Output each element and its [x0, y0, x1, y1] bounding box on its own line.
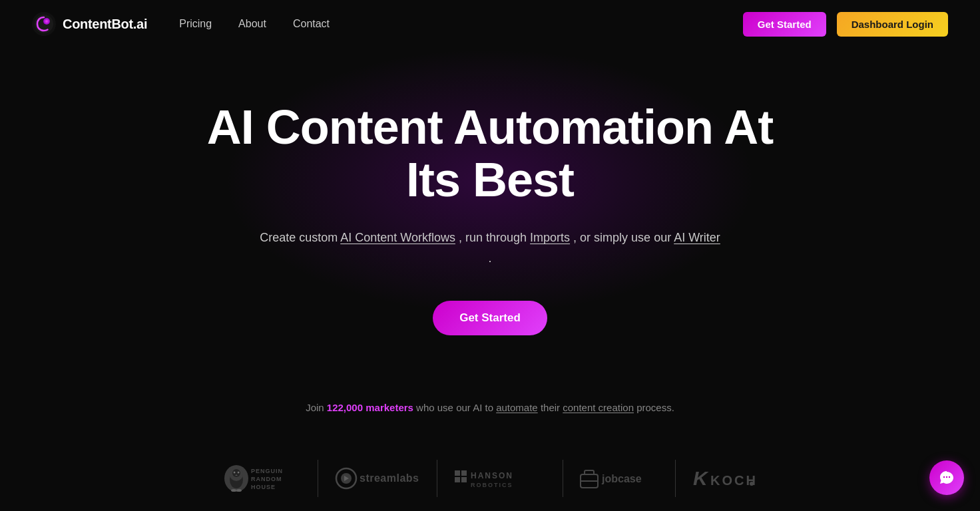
svg-point-9 [234, 472, 235, 472]
svg-text:streamlabs: streamlabs [360, 472, 419, 484]
hero-subtitle-mid1: , run through [459, 231, 527, 244]
svg-point-10 [238, 472, 239, 472]
svg-rect-24 [461, 477, 467, 482]
social-proof-text: Join 122,000 marketers who use our AI to… [32, 402, 948, 413]
hero-link-imports[interactable]: Imports [530, 231, 570, 244]
hanson-robotics-svg: HANSON ROBOTICS [453, 465, 547, 492]
nav-left: ContentBot.ai Pricing About Contact [32, 12, 330, 36]
social-proof-pre: Join [306, 402, 327, 413]
svg-text:PENGUIN: PENGUIN [251, 468, 283, 474]
social-proof-content: content creation [563, 402, 634, 413]
svg-rect-21 [455, 470, 460, 476]
nav-right: Get Started Dashboard Login [743, 12, 948, 37]
penguin-logo: PENGUIN RANDOM HOUSE [222, 465, 302, 492]
navbar: ContentBot.ai Pricing About Contact Get … [0, 0, 980, 48]
svg-point-13 [236, 489, 242, 492]
brand-koch: K KOCH [676, 460, 774, 497]
social-proof-marketers: marketers [366, 402, 413, 413]
hero-title: AI Content Automation At Its Best [190, 101, 790, 206]
koch-logo: K KOCH [692, 465, 758, 492]
streamlabs-logo: streamlabs [334, 465, 421, 492]
hero-subtitle-pre: Create custom [260, 231, 338, 244]
koch-svg: K KOCH [692, 466, 758, 490]
nav-get-started-button[interactable]: Get Started [743, 12, 826, 37]
brand-streamlabs: streamlabs [318, 460, 437, 497]
svg-text:RANDOM: RANDOM [251, 476, 282, 482]
social-proof-automate: automate [496, 402, 538, 413]
social-proof-number: 122,000 [327, 402, 366, 413]
hero-link-writer[interactable]: AI Writer [674, 231, 720, 244]
hero-subtitle: Create custom AI Content Workflows , run… [257, 228, 723, 268]
svg-point-2 [43, 18, 50, 25]
svg-text:K: K [693, 467, 709, 489]
social-proof-end: process. [636, 402, 674, 413]
svg-text:KOCH: KOCH [710, 473, 758, 488]
hero-subtitle-mid2: , or simply use our [573, 231, 671, 244]
nav-link-contact[interactable]: Contact [293, 18, 330, 30]
svg-text:ROBOTICS: ROBOTICS [471, 482, 513, 488]
hero-subtitle-end: . [488, 252, 491, 265]
jobcase-svg: jobcase [579, 466, 659, 490]
svg-point-12 [231, 489, 236, 492]
brand-hanson: HANSON ROBOTICS [437, 460, 563, 497]
hanson-robotics-logo: HANSON ROBOTICS [453, 465, 547, 492]
svg-rect-22 [461, 470, 467, 476]
brand-penguin: PENGUIN RANDOM HOUSE [206, 460, 318, 497]
nav-dashboard-login-button[interactable]: Dashboard Login [837, 12, 948, 37]
svg-text:HOUSE: HOUSE [251, 484, 276, 490]
nav-link-pricing[interactable]: Pricing [179, 18, 212, 30]
hero-link-workflows[interactable]: AI Content Workflows [340, 231, 455, 244]
streamlabs-svg: streamlabs [334, 466, 421, 490]
social-proof-mid3: their [541, 402, 563, 413]
social-proof-mid2: who use our AI to [416, 402, 496, 413]
penguin-random-house-svg: PENGUIN RANDOM HOUSE [222, 464, 302, 493]
chat-bubble-button[interactable] [929, 460, 964, 495]
svg-text:jobcase: jobcase [601, 473, 642, 484]
nav-link-about[interactable]: About [238, 18, 266, 30]
svg-point-33 [943, 476, 945, 478]
logo[interactable]: ContentBot.ai [32, 12, 147, 36]
svg-rect-23 [455, 477, 460, 482]
logo-text: ContentBot.ai [63, 17, 147, 32]
jobcase-logo: jobcase [579, 465, 659, 492]
svg-text:HANSON: HANSON [471, 471, 513, 480]
chat-icon [938, 469, 955, 486]
logo-icon [32, 12, 56, 36]
brand-logo-bar: PENGUIN RANDOM HOUSE streamlabs [0, 453, 980, 504]
svg-point-35 [949, 476, 950, 478]
hero-section: AI Content Automation At Its Best Create… [0, 48, 980, 375]
hero-cta-button[interactable]: Get Started [433, 301, 547, 335]
svg-point-6 [232, 469, 240, 477]
nav-links: Pricing About Contact [179, 18, 330, 30]
brand-jobcase: jobcase [563, 460, 676, 497]
social-proof-section: Join 122,000 marketers who use our AI to… [0, 375, 980, 453]
svg-point-32 [750, 482, 754, 486]
svg-point-34 [946, 476, 947, 478]
